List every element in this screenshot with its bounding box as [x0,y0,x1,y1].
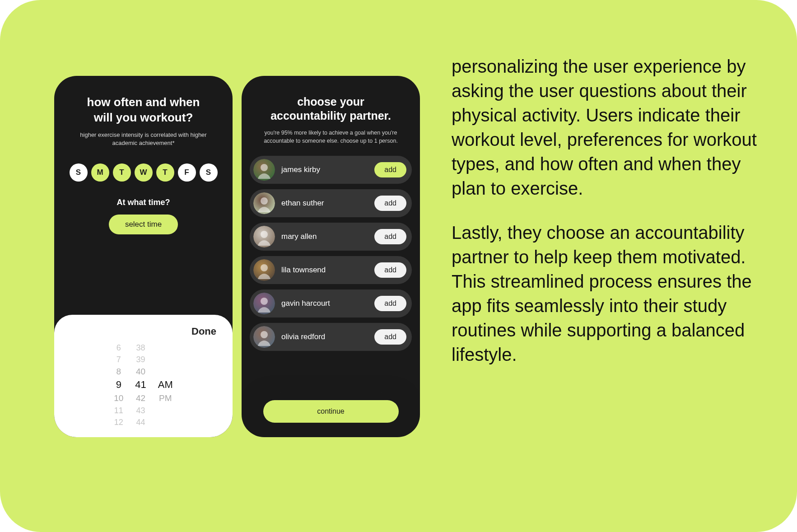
picker-value[interactable]: 41 [135,378,146,392]
avatar [253,226,275,247]
svg-point-9 [261,298,268,305]
partner-list: james kirbyaddethan sutheraddmary allena… [242,156,420,351]
add-partner-button[interactable]: add [374,229,406,244]
title-line: will you workout? [94,111,193,124]
add-partner-button[interactable]: add [374,262,406,278]
day-toggle[interactable]: T [156,163,174,182]
partner-name: gavin harcourt [281,299,368,308]
day-toggle[interactable]: S [70,163,88,182]
svg-point-11 [261,331,268,338]
picker-value[interactable]: 8 [114,365,123,378]
picker-value[interactable]: 44 [135,416,146,428]
picker-value[interactable]: 39 [135,354,146,365]
picker-value[interactable]: 40 [135,365,146,378]
time-picker-drawer: Done 6789101112 38394041424344 AMPM [54,315,233,437]
picker-value[interactable] [158,342,173,354]
avatar [253,326,275,348]
picker-columns[interactable]: 6789101112 38394041424344 AMPM [54,342,233,428]
title-line: how often and when [87,95,200,109]
svg-point-1 [261,164,268,171]
day-toggle[interactable]: S [200,163,218,182]
picker-value[interactable]: PM [158,392,173,405]
schedule-subtext: higher exercise intensity is correlated … [54,131,233,147]
partner-row: gavin harcourtadd [250,289,412,317]
partner-name: ethan suther [281,199,368,208]
picker-value[interactable]: 11 [114,405,123,416]
picker-value[interactable] [158,354,173,365]
svg-point-7 [261,264,268,271]
schedule-title: how often and when will you workout? [74,95,214,126]
description-copy: personalizing the user experience by ask… [452,54,768,387]
day-toggle[interactable]: W [135,163,153,182]
title-line: choose your [297,95,364,108]
day-toggle[interactable]: T [113,163,131,182]
copy-paragraph: Lastly, they choose an accountability pa… [452,220,768,367]
picker-value[interactable]: 6 [114,342,123,354]
day-toggle[interactable]: F [178,163,196,182]
partner-row: james kirbyadd [250,156,412,184]
partner-row: lila townsendadd [250,256,412,284]
partner-row: olivia redfordadd [250,323,412,351]
add-partner-button[interactable]: add [374,296,406,311]
picker-minutes-column[interactable]: 38394041424344 [135,342,146,428]
phone-schedule: how often and when will you workout? hig… [54,76,233,437]
picker-value[interactable]: 10 [114,392,123,405]
picker-value[interactable]: 12 [114,416,123,428]
picker-value[interactable]: 7 [114,354,123,365]
avatar [253,159,275,181]
picker-hours-column[interactable]: 6789101112 [114,342,123,428]
title-line: accountability partner. [270,109,391,122]
picker-value[interactable] [158,416,173,428]
partner-name: mary allen [281,232,368,241]
picker-value[interactable] [158,365,173,378]
phone-mockups: how often and when will you workout? hig… [54,76,420,437]
partner-row: mary allenadd [250,223,412,251]
picker-value[interactable]: 43 [135,405,146,416]
showcase-frame: how often and when will you workout? hig… [0,0,797,532]
day-toggle[interactable]: M [91,163,109,182]
time-question: At what time? [117,198,170,207]
picker-ampm-column[interactable]: AMPM [158,342,173,428]
continue-button[interactable]: continue [263,400,399,423]
partner-name: olivia redford [281,332,368,341]
add-partner-button[interactable]: add [374,329,406,345]
partner-row: ethan sutheradd [250,189,412,217]
select-time-button[interactable]: select time [109,215,178,234]
svg-point-5 [261,231,268,238]
picker-value[interactable]: AM [158,378,173,392]
svg-point-3 [261,197,268,205]
partner-subtext: you're 95% more likely to achieve a goal… [242,129,420,145]
add-partner-button[interactable]: add [374,196,406,211]
avatar [253,293,275,314]
copy-paragraph: personalizing the user experience by ask… [452,54,768,201]
partner-name: lila townsend [281,266,368,275]
avatar [253,259,275,281]
partner-title: choose your accountability partner. [258,95,404,123]
picker-done-button[interactable]: Done [54,323,233,342]
phone-partner: choose your accountability partner. you'… [242,76,420,437]
picker-value[interactable]: 42 [135,392,146,405]
day-selector-row: SMTWTFS [70,163,218,182]
add-partner-button[interactable]: add [374,162,406,177]
picker-value[interactable]: 38 [135,342,146,354]
partner-name: james kirby [281,165,368,174]
picker-value[interactable] [158,405,173,416]
picker-value[interactable]: 9 [114,378,123,392]
avatar [253,192,275,214]
